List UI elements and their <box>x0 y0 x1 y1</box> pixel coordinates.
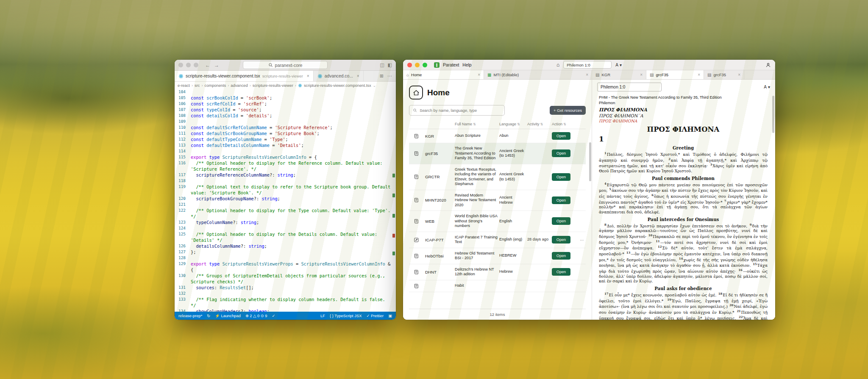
code-line: 134 showColumnHeaders?: boolean; <box>175 308 391 312</box>
breadcrumb-item[interactable]: src <box>195 83 200 88</box>
status-item[interactable]: ⊗ 2 △ 0 ⊙ 9 <box>245 313 267 318</box>
customize-layout-icon[interactable]: ◧ <box>388 62 392 68</box>
code-line: 119 /** Optional text to display to refe… <box>175 184 391 196</box>
status-item[interactable]: ▣ <box>388 313 392 318</box>
status-item[interactable]: ✓ <box>272 313 275 318</box>
back-icon[interactable]: ← <box>205 62 210 68</box>
status-item[interactable]: ✓ Prettier <box>366 313 384 318</box>
more-actions-icon[interactable]: ⋯ <box>578 238 586 242</box>
resource-row[interactable]: KGRAbun ScriptureAbunOpen <box>409 129 586 143</box>
menu-paratext[interactable]: Paratext <box>443 63 459 67</box>
minimize-window-button[interactable] <box>186 63 191 67</box>
tab-advanced-component[interactable]: advanced.co... × <box>314 71 364 81</box>
split-editor-icon[interactable]: ⊞ <box>380 73 384 79</box>
command-center-search[interactable]: paranext-core <box>243 61 328 69</box>
close-tab-icon[interactable]: × <box>738 72 740 77</box>
tab-home[interactable]: ⌂Home× <box>403 70 484 79</box>
resource-row[interactable]: Habit <box>409 280 586 292</box>
verse-number: 17 <box>604 292 608 296</box>
code-line: 121 <box>175 202 391 207</box>
close-window-button[interactable] <box>178 63 183 67</box>
tab-grcf35[interactable]: ▤grcF35× <box>704 70 744 79</box>
account-icon[interactable] <box>765 62 771 68</box>
home-icon[interactable]: ⌂ <box>556 62 559 68</box>
close-window-button[interactable] <box>407 63 412 67</box>
close-tab-icon[interactable]: × <box>586 72 588 77</box>
tab-scripture-results-viewer-component[interactable]: scripture-results-viewer.component.tsx s… <box>175 71 314 81</box>
code-line: 115export type ScriptureResultsViewerCol… <box>175 154 391 160</box>
breadcrumb-item[interactable]: scripture-results-viewer <box>253 83 293 88</box>
page-title: Home <box>427 88 450 97</box>
breadcrumb-item[interactable]: e-react <box>178 83 190 88</box>
scrollbar-thumb[interactable] <box>589 142 591 181</box>
resource-search-input[interactable] <box>420 108 501 113</box>
column-header-language[interactable]: Language⇅ <box>499 122 526 126</box>
close-tab-icon[interactable]: × <box>640 72 643 77</box>
resource-search-box[interactable] <box>409 105 505 116</box>
code-editor[interactable]: 104105const scrBookColId = 'scrBook';106… <box>175 89 396 312</box>
status-item[interactable]: ⚡ Launchpad <box>215 313 241 318</box>
scripture-text-pane[interactable]: PHM - The Greek New Testament According … <box>592 93 775 320</box>
status-item[interactable]: release-prep* <box>178 313 202 318</box>
font-size-dropdown[interactable]: A ▾ <box>764 85 770 89</box>
sort-icon: ⇅ <box>473 122 476 126</box>
verse-number: 18 <box>718 292 722 296</box>
column-header-full-name[interactable]: Full Name⇅ <box>455 122 498 126</box>
breadcrumb-item[interactable]: scripture-results-viewer.component.tsx <box>304 83 371 88</box>
vscode-window: ← → paranext-core ◫ ◧ scripture-results-… <box>175 60 396 320</box>
tab-mti-editable[interactable]: ▦MTI (Editable)× <box>484 70 592 79</box>
open-button[interactable]: Open <box>552 196 570 204</box>
scripture-reference-input[interactable] <box>597 83 662 91</box>
breadcrumb: e-react›src›components›advanced›scriptur… <box>175 82 396 89</box>
forward-icon[interactable]: → <box>214 62 219 68</box>
open-button[interactable]: Open <box>552 268 570 276</box>
open-button[interactable]: Open <box>552 173 570 181</box>
resource-language: HEBREW <box>499 253 526 258</box>
open-button[interactable]: Open <box>552 132 570 140</box>
resource-row[interactable]: ICAP-P7TICAP Paratext 7 Training TextEng… <box>409 232 586 248</box>
open-button[interactable]: Open <box>552 252 570 260</box>
open-button[interactable]: Open <box>552 217 570 225</box>
vscode-tabbar: scripture-results-viewer.component.tsx s… <box>175 71 396 82</box>
close-tab-icon[interactable]: × <box>357 74 359 78</box>
menu-help[interactable]: Help <box>462 63 471 67</box>
code-line: 107const typeColId = 'source'; <box>175 107 391 113</box>
status-item[interactable]: LF <box>320 313 325 318</box>
zoom-window-button[interactable] <box>423 63 427 67</box>
toggle-panel-icon[interactable]: ◫ <box>380 62 384 68</box>
column-header-action[interactable]: Action⇅ <box>552 122 576 126</box>
resource-short-name: DHNT <box>425 270 453 274</box>
resource-row[interactable]: grcF35The Greek New Testament According … <box>409 143 586 164</box>
section-heading: Paul asks for obedience <box>599 286 768 291</box>
open-button[interactable]: Open <box>552 149 570 157</box>
breadcrumb-item[interactable]: components <box>205 83 226 88</box>
close-tab-icon[interactable]: × <box>698 72 700 77</box>
scrollbar-thumb[interactable] <box>772 96 774 133</box>
breadcrumb-item[interactable]: advanced <box>231 83 248 88</box>
chevron-down-icon[interactable]: ⌄ <box>373 83 376 88</box>
resource-row[interactable]: DHNTDelitzsch's Hebrew NT 12th aditionHe… <box>409 264 586 280</box>
close-tab-icon[interactable]: × <box>307 74 309 78</box>
tab-kgr[interactable]: ▤KGR× <box>592 70 646 79</box>
close-tab-icon[interactable]: × <box>478 72 480 77</box>
tab-grcf35[interactable]: ▤grcF35× <box>646 70 704 79</box>
column-header-activity[interactable]: Activity⇅ <box>527 122 550 126</box>
status-item[interactable]: ↻ <box>207 313 210 318</box>
resource-row[interactable]: WEBWorld English Bible USA without Stron… <box>409 211 586 232</box>
resource-row[interactable]: GRCTRGreek Textus Receptus, including th… <box>409 164 586 190</box>
resource-row[interactable]: HebOTbsiHebrew Old Testament BSI - 2017H… <box>409 248 586 264</box>
tab-label: KGR <box>601 72 610 77</box>
home-toolbar: + Get resources <box>409 105 586 116</box>
editor-actions: ⊞ ⋯ <box>376 71 396 81</box>
tab-sublabel: scripture-results-viewer <box>262 74 303 78</box>
book-icon <box>409 283 423 289</box>
status-item[interactable]: { } TypeScript JSX <box>330 313 362 318</box>
get-resources-button[interactable]: + Get resources <box>550 106 586 115</box>
more-actions-icon[interactable]: ⋯ <box>387 73 392 79</box>
font-size-dropdown[interactable]: A ▾ <box>615 63 622 67</box>
minimize-window-button[interactable] <box>415 63 420 67</box>
zoom-window-button[interactable] <box>194 63 198 67</box>
resource-row[interactable]: MHNT2020Revised Modern Hebrew New Testam… <box>409 190 586 211</box>
reference-search-box[interactable]: Philemon 1:0 <box>563 61 612 69</box>
open-button[interactable]: Open <box>552 236 570 243</box>
